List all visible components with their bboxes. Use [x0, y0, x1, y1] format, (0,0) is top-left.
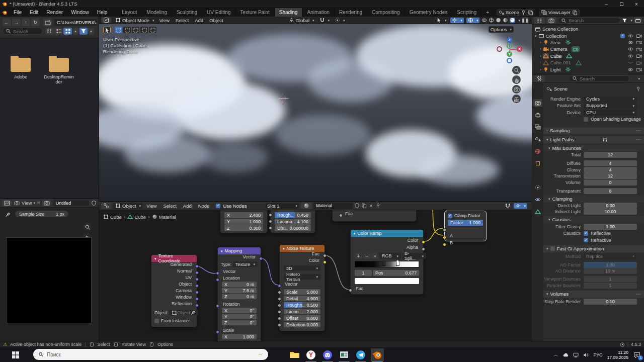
filter-glossy-field[interactable]: 1.00	[584, 224, 637, 230]
ao-factor-field[interactable]: 1.00	[584, 262, 637, 268]
ramp-stop-0[interactable]	[382, 260, 385, 266]
minimize-button[interactable]: –	[599, 0, 614, 8]
direct-light-clamp-field[interactable]: 0.00	[584, 203, 637, 209]
back-button[interactable]: ←	[3, 19, 11, 26]
mapping-type-dropdown[interactable]: Texture	[233, 261, 258, 267]
ortho-toggle-icon[interactable]	[512, 95, 521, 103]
filter-dropdown[interactable]	[630, 19, 632, 22]
socket[interactable]	[195, 284, 199, 288]
color-ramp-gradient[interactable]	[355, 261, 419, 267]
total-bounces-field[interactable]: 12	[584, 152, 637, 158]
display-settings-dropdown[interactable]	[72, 28, 78, 35]
viewport-menu-select[interactable]: Select	[173, 18, 192, 23]
osl-checkbox[interactable]	[584, 117, 588, 122]
pause-render-button[interactable]: ❚❚	[522, 17, 529, 23]
editor-type-dropdown[interactable]	[534, 75, 545, 82]
filter-icon[interactable]	[622, 18, 627, 23]
socket[interactable]	[195, 297, 199, 301]
scene-selector[interactable]: Scene	[497, 9, 535, 16]
outliner-search[interactable]	[558, 17, 620, 24]
camera-restrict-icon[interactable]	[636, 33, 642, 39]
editor-type-dropdown[interactable]	[101, 17, 111, 23]
proportional-edit-dropdown[interactable]	[333, 17, 347, 24]
gizmo-z-neg-axis[interactable]	[507, 58, 512, 63]
socket[interactable]	[195, 291, 199, 294]
camera-restrict-icon[interactable]	[636, 67, 642, 72]
fast-gi-checkbox[interactable]	[550, 246, 555, 251]
socket[interactable]	[323, 254, 327, 257]
stop-index-field[interactable]: 1	[355, 270, 372, 276]
node-partial-noise[interactable]: Rough..0.458 Lacuna...4.100 Dis...0.0000…	[270, 209, 315, 233]
eye-closed-icon[interactable]	[627, 60, 633, 65]
viewport-menu-view[interactable]: View	[156, 18, 172, 23]
tab-add-workspace[interactable]: +	[481, 8, 494, 17]
gizmo-x-neg-axis[interactable]	[497, 46, 502, 52]
image-browse-dropdown[interactable]	[42, 200, 51, 206]
preset-icon[interactable]	[602, 137, 608, 142]
tab-output-icon[interactable]	[533, 111, 542, 119]
sampling-panel-header[interactable]: ›Sampling	[543, 127, 644, 134]
shading-solid-icon[interactable]	[496, 18, 501, 23]
socket[interactable]	[323, 260, 327, 264]
forward-button[interactable]: →	[12, 19, 21, 26]
ao-distance-field[interactable]: 10 m	[584, 268, 637, 274]
socket[interactable]	[278, 317, 281, 320]
tab-animation[interactable]: Animation	[302, 8, 334, 17]
expand-caret-icon[interactable]	[535, 34, 537, 38]
socket[interactable]	[422, 247, 425, 251]
socket[interactable]	[443, 243, 446, 246]
menu-expand-icon[interactable]: ≡	[37, 200, 40, 206]
taskbar-clock[interactable]: 11:20 17.09.2025	[607, 350, 628, 360]
expand-icon[interactable]: ›	[540, 54, 541, 58]
snap-mode-dropdown[interactable]	[513, 203, 528, 209]
shader-type-dropdown[interactable]: Object	[113, 203, 143, 209]
viewlayer-selector[interactable]: ViewLayer	[539, 9, 580, 16]
camera-restrict-icon[interactable]	[636, 40, 642, 45]
socket[interactable]	[216, 278, 219, 282]
slot-dropdown[interactable]: Slot 1	[265, 203, 299, 209]
expand-icon[interactable]: ›	[540, 40, 541, 45]
menu-file[interactable]: File	[10, 8, 26, 17]
use-nodes-checkbox[interactable]	[216, 204, 220, 208]
fast-gi-panel-header[interactable]: Fast GI Approximation	[543, 245, 644, 252]
tab-modeling[interactable]: Modeling	[142, 8, 172, 17]
transparent-bounces-field[interactable]: 8	[584, 188, 637, 194]
shield-icon[interactable]	[91, 200, 97, 206]
select-mode-new-icon[interactable]	[115, 27, 122, 33]
view-menu[interactable]: View	[22, 200, 35, 206]
outliner-row-cube-001[interactable]: › Cube.001	[532, 59, 644, 66]
shading-dropdown[interactable]	[518, 19, 520, 22]
xray-toggle-icon[interactable]	[481, 18, 487, 23]
breadcrumb-material[interactable]: Material	[159, 214, 176, 220]
select-mode-intersect-icon[interactable]	[149, 27, 156, 33]
shading-wireframe-icon[interactable]	[489, 18, 494, 23]
tab-physics-icon[interactable]	[533, 196, 542, 203]
socket[interactable]	[278, 304, 281, 307]
display-thumbnails-button[interactable]	[63, 28, 72, 35]
transform-orientation-dropdown[interactable]: Global	[287, 17, 316, 24]
stop-color-swatch[interactable]	[355, 278, 419, 284]
close-button[interactable]: ×	[629, 0, 644, 8]
socket[interactable]	[349, 289, 352, 292]
glossy-bounces-field[interactable]: 4	[584, 167, 637, 173]
eye-icon[interactable]	[627, 46, 633, 52]
fake-user-shield-icon[interactable]	[354, 203, 360, 209]
socket[interactable]	[216, 304, 219, 308]
camera-restrict-icon[interactable]	[636, 46, 642, 52]
socket[interactable]	[278, 323, 281, 327]
eye-icon[interactable]	[627, 40, 633, 45]
notification-center-icon[interactable]: 3	[633, 351, 641, 359]
filter-settings-dropdown[interactable]	[88, 28, 94, 35]
device-dropdown[interactable]: CPU	[584, 110, 637, 116]
camera-restrict-icon[interactable]	[636, 53, 642, 59]
node-mix[interactable]: Clamp Factor Factor1.000 A B	[444, 211, 487, 241]
outliner-row-area[interactable]: › Area	[532, 39, 644, 46]
snap-magnet-icon[interactable]	[504, 202, 511, 209]
tab-layout[interactable]: Layout	[117, 8, 142, 17]
path-field[interactable]: C:\Users\EDVERX\...	[54, 19, 97, 26]
shading-rendered-icon[interactable]	[510, 18, 515, 23]
tab-modifiers-icon[interactable]	[533, 171, 542, 179]
menu-window[interactable]: Window	[67, 8, 93, 17]
max-bounces-panel-header[interactable]: Max Bounces	[543, 145, 644, 151]
interpolation-dropdown[interactable]: B-Spli...	[402, 253, 426, 259]
